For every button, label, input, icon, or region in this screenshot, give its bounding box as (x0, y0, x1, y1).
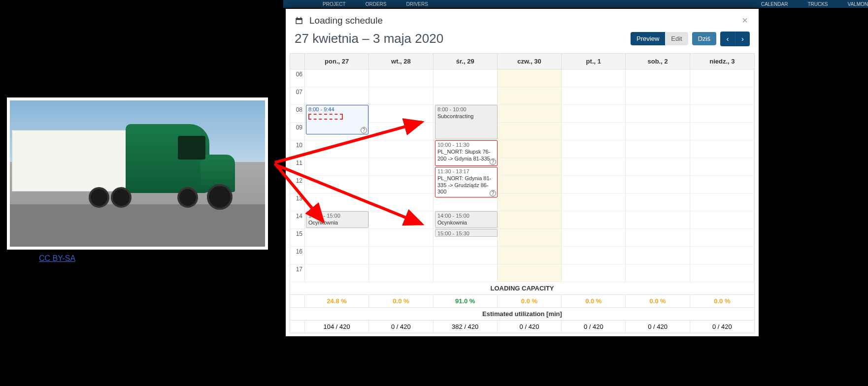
help-icon[interactable]: ? (490, 190, 496, 196)
utilization-title: Estimated utilization [min] (290, 308, 755, 321)
nav-item[interactable]: ORDERS (366, 1, 387, 7)
calendar-icon (295, 16, 303, 25)
date-range: 27 kwietnia – 3 maja 2020 (295, 31, 443, 46)
event-wed-8[interactable]: 8:00 - 10:00 Subcontracting (435, 105, 498, 139)
view-mode-toggle: Preview Edit (631, 32, 688, 45)
nav-item[interactable]: PROJECT (323, 1, 346, 7)
nav-item[interactable]: TRUCKS (807, 1, 828, 7)
calendar-grid[interactable]: 060708091011121314151617 8:00 - 9:44 ? 1… (290, 69, 755, 282)
next-week-button[interactable]: › (735, 32, 750, 46)
loading-schedule-modal: Loading schedule × 27 kwietnia – 3 maja … (286, 9, 759, 336)
help-icon[interactable]: ? (361, 127, 367, 133)
nav-item[interactable]: DRIVERS (406, 1, 428, 7)
event-wed-15[interactable]: 15:00 - 15:30 (435, 229, 498, 237)
capacity-pct-row: 24.8 % 0.0 % 91.0 % 0.0 % 0.0 % 0.0 % 0.… (290, 295, 755, 308)
event-wed-10[interactable]: 10:00 - 11:30 PL_NORT: Słupsk 76-200 -> … (435, 140, 498, 166)
modal-title: Loading schedule (309, 15, 383, 26)
help-icon[interactable]: ? (490, 159, 496, 165)
event-wed-1130[interactable]: 11:30 - 13:17 PL_NORT: Gdynia 81-335 -> … (435, 167, 498, 197)
today-button[interactable]: Dziś (692, 32, 716, 45)
event-wed-14[interactable]: 14:00 - 15:00 Ocynkownia (435, 211, 498, 228)
truck-photo (7, 97, 268, 250)
edit-button[interactable]: Edit (665, 32, 688, 45)
prev-week-button[interactable]: ‹ (720, 32, 735, 46)
cc-license-link[interactable]: CC BY-SA (39, 254, 75, 263)
nav-item[interactable]: CALENDAR (761, 1, 788, 7)
close-icon[interactable]: × (740, 15, 750, 26)
day-header: niedz., 3 (690, 54, 754, 69)
day-header: wt., 28 (369, 54, 433, 69)
day-header: czw., 30 (498, 54, 562, 69)
nav-item[interactable]: VALMON (848, 1, 868, 7)
day-header: sob., 2 (626, 54, 690, 69)
utilization-row: 104 / 420 0 / 420 382 / 420 0 / 420 0 / … (290, 321, 755, 333)
day-header: pt., 1 (562, 54, 626, 69)
event-mon-8[interactable]: 8:00 - 9:44 ? (306, 105, 368, 134)
event-mon-14[interactable]: 14:00 - 15:00 Ocynkownia (306, 211, 368, 228)
svg-rect-3 (297, 20, 302, 23)
loading-capacity-title: LOADING CAPACITY (290, 282, 755, 295)
svg-rect-2 (300, 17, 301, 19)
calendar-header: pon., 27 wt., 28 śr., 29 czw., 30 pt., 1… (290, 53, 755, 69)
day-header: pon., 27 (305, 54, 369, 69)
preview-button[interactable]: Preview (631, 32, 665, 45)
svg-rect-1 (297, 17, 298, 19)
top-nav: PROJECT ORDERS DRIVERS CALENDAR TRUCKS V… (283, 0, 868, 8)
day-header: śr., 29 (434, 54, 498, 69)
